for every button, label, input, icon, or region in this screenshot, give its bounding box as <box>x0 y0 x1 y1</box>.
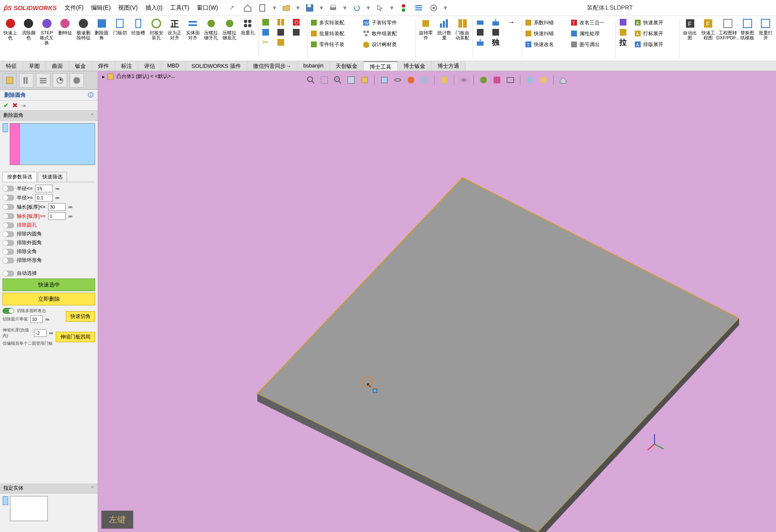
ribbon-stat[interactable]: 统计数量 <box>436 18 452 59</box>
three-one-btn[interactable]: T改名三合一 <box>570 18 613 28</box>
ribbon-door-cut[interactable]: 门板切 <box>112 18 128 59</box>
input-tol[interactable] <box>30 315 43 323</box>
attr-proc-btn[interactable]: 属性处理 <box>570 28 613 39</box>
mini-icon-2[interactable] <box>261 28 270 37</box>
menu-tools[interactable]: 工具(T) <box>170 4 189 12</box>
quick-fix-btn[interactable]: 快速纠错 <box>525 28 567 39</box>
quick-expand-btn[interactable]: A快速展开 <box>634 18 677 28</box>
help-icon[interactable]: ⓘ <box>88 91 93 99</box>
view-cube-icon[interactable] <box>439 75 450 85</box>
open-icon[interactable] <box>281 3 291 13</box>
btn-stretch[interactable]: 伸缩门板四周 <box>56 332 95 342</box>
zoom-prev-icon[interactable] <box>332 75 343 85</box>
lp-tool-dimxpert[interactable] <box>53 73 67 88</box>
ribbon-quick-eng[interactable]: F快速工程图 <box>701 18 717 59</box>
tab-weldment[interactable]: 焊件 <box>92 61 115 71</box>
tab-bsbanjin[interactable]: bsbanjin <box>297 61 330 71</box>
tab-tianchuang[interactable]: 天创钣金 <box>330 61 364 71</box>
ribbon-clear-color[interactable]: 清除颜色 <box>21 18 37 59</box>
view-extra1-icon[interactable] <box>525 75 535 85</box>
undo-icon[interactable] <box>352 3 362 13</box>
mini-s1[interactable] <box>476 18 485 27</box>
view-screen-icon[interactable] <box>505 75 516 85</box>
quick-rename-btn[interactable]: T快速改名 <box>525 39 567 49</box>
tab-sheetmetal[interactable]: 钣金 <box>69 61 92 71</box>
batch-asm-btn[interactable]: 批量转装配 <box>310 28 360 39</box>
mini-icon-4[interactable] <box>276 18 285 27</box>
filter-tab-quick[interactable]: 快速筛选 <box>38 172 67 182</box>
mini-e3[interactable]: 拉 <box>618 38 628 47</box>
ribbon-auto-fig[interactable]: F自动出图 <box>682 18 698 59</box>
graphics-viewport[interactable]: ▸ 凸台体1 (默认) < <默认>... <box>98 71 776 532</box>
toggle-excl-inner[interactable] <box>3 231 14 237</box>
print-icon[interactable] <box>328 3 338 13</box>
ribbon-del-feature[interactable]: 删特征 <box>57 18 73 59</box>
save-icon[interactable] <box>305 3 315 13</box>
breadcrumb-arrow-icon[interactable]: ▸ <box>102 74 105 80</box>
cancel-icon[interactable]: ✖ <box>12 101 18 109</box>
input-axis-gte[interactable] <box>48 212 66 220</box>
toggle-excl-hole[interactable] <box>3 222 14 228</box>
mini-e2[interactable] <box>618 28 628 37</box>
home-icon[interactable] <box>243 3 253 13</box>
tab-surface[interactable]: 曲面 <box>46 61 69 71</box>
collapse-icon-2[interactable]: ⌃ <box>90 486 94 491</box>
ribbon-batch-open[interactable]: 批量打开 <box>758 18 774 59</box>
edit-appearance-icon[interactable] <box>406 75 416 85</box>
tab-mbd[interactable]: MBD <box>161 61 186 71</box>
sys-fix-btn[interactable]: 系数纠错 <box>525 18 567 28</box>
zoom-fit-icon[interactable] <box>305 75 316 85</box>
ribbon-swap-tpl[interactable]: 替换图纸模板 <box>740 18 755 59</box>
tab-wechat[interactable]: 微信抖音同步→ <box>247 61 297 71</box>
toggle-excl-ring[interactable] <box>3 258 14 263</box>
input-radius-gte[interactable] <box>35 194 53 201</box>
tab-sketch[interactable]: 草图 <box>23 61 46 71</box>
zoom-area-icon[interactable] <box>319 75 330 85</box>
sub-asm-btn[interactable]: W子装转零件 <box>362 18 413 28</box>
multi-body-btn[interactable]: 多实转装配 <box>310 18 360 28</box>
menu-edit[interactable]: 编辑(E) <box>91 4 111 12</box>
mini-s2[interactable] <box>476 28 485 37</box>
menu-window[interactable]: 窗口(W) <box>197 4 218 12</box>
btn-delete-now[interactable]: 立即删除 <box>3 293 95 305</box>
view-globe-icon[interactable] <box>478 75 489 85</box>
mini-icon-9[interactable] <box>292 38 301 47</box>
input-radius-lte[interactable] <box>35 185 53 192</box>
mini-icon-6[interactable] <box>276 38 285 47</box>
breadcrumb[interactable]: ▸ 凸台体1 (默认) < <默认>... <box>102 73 175 80</box>
toggle-excl-outer[interactable] <box>3 240 14 246</box>
entity-selection-box[interactable] <box>10 496 48 521</box>
layout-expand-btn[interactable]: A排版展开 <box>634 39 677 49</box>
ribbon-bottom-hole[interactable]: 压螺拉铆底孔 <box>222 18 238 59</box>
display-style-icon[interactable] <box>379 75 390 85</box>
tab-doctor-sheet[interactable]: 博士钣金 <box>398 61 432 71</box>
collapse-icon[interactable]: ⌃ <box>90 113 94 119</box>
new-icon[interactable] <box>258 3 268 13</box>
lp-tool-config[interactable] <box>36 73 50 88</box>
lp-tool-appearance[interactable] <box>70 73 84 88</box>
btn-quick-select[interactable]: 快速选中 <box>3 279 95 291</box>
mini-icon-5[interactable] <box>276 28 285 37</box>
mini-s6[interactable]: 独 <box>491 38 500 47</box>
mini-s4[interactable] <box>491 18 500 27</box>
filter-tab-params[interactable]: 按参数筛选 <box>3 172 37 182</box>
traffic-icon[interactable] <box>398 3 409 13</box>
toggle-excl-sharp[interactable] <box>3 249 14 255</box>
menu-view[interactable]: 视图(V) <box>118 4 138 12</box>
mark-expand-btn[interactable]: A打标展开 <box>634 28 677 39</box>
tab-annotation[interactable]: 标注 <box>115 61 138 71</box>
ribbon-thread-hole[interactable]: 压螺拉铆牙孔 <box>203 18 219 59</box>
tab-evaluate[interactable]: 评估 <box>138 61 161 71</box>
section-icon[interactable] <box>346 75 357 85</box>
toggle-radius-gte[interactable] <box>3 195 14 201</box>
part-asm-btn[interactable]: 散件组装配 <box>362 28 413 39</box>
model-plate[interactable] <box>245 168 748 532</box>
mini-icon-7[interactable]: O <box>292 18 301 27</box>
view-render-icon[interactable] <box>491 75 502 85</box>
num-callout-btn[interactable]: 图号调出 <box>570 39 613 49</box>
ribbon-fast-del[interactable]: 极速删除特征 <box>75 18 91 59</box>
ok-icon[interactable]: ✔ <box>3 101 9 109</box>
hide-show-icon[interactable] <box>392 75 403 85</box>
tab-doctor-fangtong[interactable]: 博士方通 <box>432 61 466 71</box>
view-eye-icon[interactable] <box>458 75 469 85</box>
